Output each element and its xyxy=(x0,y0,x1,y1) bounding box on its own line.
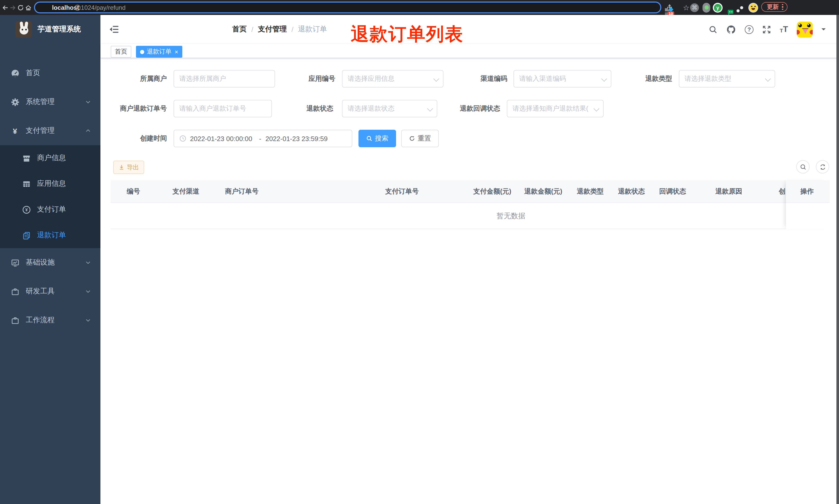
col-merchant-order-no: 商户订单号 xyxy=(225,180,258,203)
extension-y-icon[interactable]: y xyxy=(713,3,722,12)
tab-refund-order[interactable]: 退款订单 × xyxy=(136,46,182,58)
shop-icon xyxy=(22,154,31,162)
start-date-value: 2022-01-23 00:00:00 xyxy=(190,134,255,142)
app-select[interactable]: 请选择应用信息 xyxy=(342,70,444,88)
empty-text: 暂无数据 xyxy=(497,203,525,229)
reload-icon[interactable] xyxy=(17,4,24,11)
sidebar-item-refund-order[interactable]: 退款订单 xyxy=(0,222,101,248)
table-empty-row xyxy=(111,203,830,229)
github-icon[interactable] xyxy=(726,24,736,34)
merchant-select[interactable]: 请选择所属商户 xyxy=(174,70,275,88)
notify-status-select[interactable]: 请选择通知商户退款结果( xyxy=(507,100,604,118)
label-refund-type: 退款类型 xyxy=(615,70,672,88)
download-icon xyxy=(119,164,125,170)
clock-icon xyxy=(179,135,186,142)
export-button[interactable]: 导出 xyxy=(113,161,144,174)
refresh-icon xyxy=(409,136,415,142)
avatar-caret-icon[interactable] xyxy=(821,28,826,32)
grid-icon xyxy=(22,179,31,188)
extension-command-icon[interactable]: ⌘ xyxy=(690,3,699,12)
refund-type-select[interactable]: 请选择退款类型 xyxy=(679,70,775,88)
sidebar-item-infra[interactable]: 基础设施 xyxy=(0,248,101,277)
document-icon xyxy=(22,231,31,240)
label-app: 应用编号 xyxy=(279,70,335,88)
bookmark-star-icon[interactable]: ☆ xyxy=(683,3,690,12)
search-icon[interactable] xyxy=(709,25,717,34)
briefcase-icon xyxy=(10,316,20,325)
col-channel: 支付渠道 xyxy=(173,180,199,203)
tab-home[interactable]: 首页 xyxy=(111,46,131,58)
refresh-table-button[interactable] xyxy=(816,160,829,174)
url-path: :1024/pay/refund xyxy=(79,4,125,11)
col-refund-reason: 退款原因 xyxy=(715,180,742,203)
close-icon[interactable]: × xyxy=(175,49,178,55)
refresh-icon xyxy=(819,163,826,170)
extension-emoji-icon[interactable] xyxy=(748,3,758,12)
chevron-down-icon xyxy=(427,106,433,112)
tags-bar: 首页 退款订单 × xyxy=(101,44,839,58)
url-bar[interactable]: localhost:1024/pay/refund ☆ xyxy=(34,2,661,13)
fullscreen-icon[interactable] xyxy=(762,25,771,34)
reset-button[interactable]: 重置 xyxy=(401,130,439,147)
sidebar-item-pay-order[interactable]: ¥ 支付订单 xyxy=(0,197,101,222)
chevron-down-icon xyxy=(85,99,91,105)
sidebar-item-home[interactable]: 首页 xyxy=(0,59,101,88)
forward-icon[interactable] xyxy=(9,4,17,11)
col-refund-type: 退款类型 xyxy=(577,180,604,203)
briefcase-icon xyxy=(10,287,20,296)
chevron-down-icon xyxy=(85,317,91,323)
chevron-down-icon xyxy=(601,76,607,82)
channel-select[interactable]: 请输入渠道编码 xyxy=(514,70,611,88)
active-dot xyxy=(140,50,144,54)
breadcrumb-current: 退款订单 xyxy=(298,25,327,34)
annotation-title: 退款订单列表 xyxy=(351,22,464,46)
sidebar-item-app-info[interactable]: 应用信息 xyxy=(0,171,101,197)
sidebar-item-merchant-info[interactable]: 商户信息 xyxy=(0,145,101,171)
col-refund-amount: 退款金额(元) xyxy=(524,180,562,203)
avatar[interactable] xyxy=(797,21,813,37)
screen: localhost:1024/pay/refund ☆ 10 ⌘ y 更新 xyxy=(0,0,839,504)
col-pay-amount: 支付金额(元) xyxy=(473,180,511,203)
chevron-down-icon xyxy=(85,259,91,266)
breadcrumb: 首页 / 支付管理 / 退款订单 xyxy=(232,15,327,44)
toggle-search-button[interactable] xyxy=(796,160,810,174)
sidebar-item-pay[interactable]: ¥ 支付管理 xyxy=(0,116,101,145)
breadcrumb-pay[interactable]: 支付管理 xyxy=(258,25,287,34)
sidebar-item-workflow[interactable]: 工作流程 xyxy=(0,306,101,335)
dashboard-icon xyxy=(10,69,20,77)
sidebar-logo[interactable]: 芋道管理系统 xyxy=(0,15,101,44)
col-create-time: 创建时间 xyxy=(779,180,785,203)
chevron-down-icon xyxy=(593,106,600,112)
sidebar-item-system[interactable]: 系统管理 xyxy=(0,88,101,116)
sidebar-fold-icon[interactable] xyxy=(109,24,119,34)
chevron-down-icon xyxy=(765,76,771,82)
create-time-range-picker[interactable]: 2022-01-23 00:00:00 - 2022-01-23 23:59:5… xyxy=(174,130,352,147)
home-icon[interactable] xyxy=(25,4,32,11)
extension-oval-icon[interactable] xyxy=(702,3,710,12)
label-channel: 渠道编码 xyxy=(451,70,507,88)
col-refund-status: 退款状态 xyxy=(618,180,645,203)
info-icon[interactable] xyxy=(74,4,81,11)
browser-update-button[interactable]: 更新 xyxy=(761,2,787,12)
col-callback-status: 回调状态 xyxy=(659,180,686,203)
breadcrumb-home[interactable]: 首页 xyxy=(232,25,247,34)
font-size-icon[interactable]: TT xyxy=(780,25,788,34)
yen-icon: ¥ xyxy=(10,127,20,134)
navbar-actions: ? TT xyxy=(709,15,826,44)
back-icon[interactable] xyxy=(2,4,9,11)
yen-circle-icon: ¥ xyxy=(22,205,31,214)
search-button[interactable]: 搜索 xyxy=(358,130,396,147)
sidebar-item-dev-tools[interactable]: 研发工具 xyxy=(0,277,101,306)
help-icon[interactable]: ? xyxy=(745,25,753,34)
browser-menu-icon[interactable] xyxy=(782,4,783,10)
monitor-chart-icon xyxy=(10,258,20,267)
app-title: 芋道管理系统 xyxy=(38,25,81,34)
scrollbar[interactable] xyxy=(836,15,839,504)
logo-image xyxy=(15,21,32,38)
browser-toolbar: localhost:1024/pay/refund ☆ 10 ⌘ y 更新 xyxy=(0,0,839,15)
label-refund-status: 退款状态 xyxy=(276,100,333,118)
chevron-down-icon xyxy=(85,288,91,294)
gear-icon xyxy=(10,97,20,106)
merchant-refund-no-input[interactable]: 请输入商户退款订单号 xyxy=(174,100,272,118)
refund-status-select[interactable]: 请选择退款状态 xyxy=(342,100,437,118)
